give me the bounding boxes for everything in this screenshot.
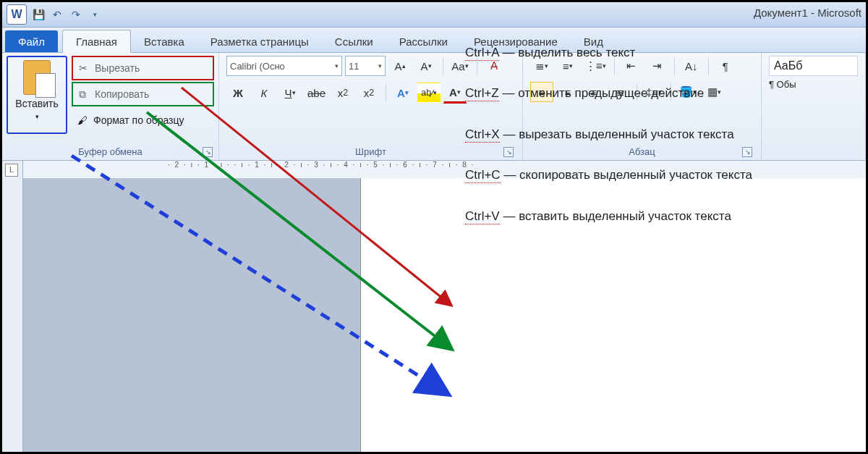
save-icon[interactable]: 💾 [31,7,46,22]
group-clipboard: Вставить▾ ✂ Вырезать ⧉ Копировать 🖌 Форм… [2,53,219,160]
shortcut-line: Ctrl+Z — отменить предыдущее действие [465,86,752,101]
brush-icon: 🖌 [77,114,89,126]
scissors-icon: ✂ [79,62,90,74]
grow-font-button[interactable]: A▴ [388,56,412,76]
vertical-ruler: L [2,161,23,454]
bold-button[interactable]: Ж [226,83,250,103]
tab-selector-icon[interactable]: L [5,164,18,177]
tab-layout[interactable]: Разметка страницы [197,30,322,52]
tab-home[interactable]: Главная [62,30,131,53]
dialog-launcher-icon[interactable] [203,147,213,157]
copy-button[interactable]: ⧉ Копировать [72,82,214,106]
shrink-font-button[interactable]: A▾ [414,56,438,76]
strike-button[interactable]: abe [305,83,328,103]
tab-file[interactable]: Файл [5,30,58,52]
redo-icon[interactable]: ↷ [69,7,83,22]
tab-mailings[interactable]: Рассылки [386,30,461,52]
shortcut-line: Ctrl+C — скопировать выделенный участок … [465,168,752,182]
cut-label: Вырезать [95,62,140,74]
font-color-button[interactable]: A▾ [443,82,467,104]
page-margin-area [23,178,360,454]
copy-label: Копировать [95,88,149,100]
format-painter-button[interactable]: 🖌 Формат по образцу [72,109,214,131]
paste-button[interactable]: Вставить▾ [7,56,67,134]
group-label-styles [769,144,858,160]
paste-label: Вставить [15,98,58,109]
qat-dropdown-icon[interactable]: ▾ [88,7,102,22]
superscript-button[interactable]: x2 [357,83,380,103]
chevron-down-icon: ▾ [378,62,382,70]
word-logo-icon: W [7,4,27,25]
title-bar: W 💾 ↶ ↷ ▾ Документ1 - Microsoft [2,2,866,28]
paste-icon [21,60,53,96]
chevron-down-icon: ▾ [335,62,339,70]
tab-references[interactable]: Ссылки [322,30,386,52]
window-title: Документ1 - Microsoft [754,7,861,19]
underline-button[interactable]: Ч▾ [278,83,302,103]
copy-icon: ⧉ [79,88,90,100]
font-name-combo[interactable]: Calibri (Осно▾ [226,56,342,76]
highlight-button[interactable]: ab⁄▾ [417,83,441,103]
subscript-button[interactable]: x2 [331,83,354,103]
cut-button[interactable]: ✂ Вырезать [72,56,214,80]
format-label: Формат по образцу [93,114,184,126]
chevron-down-icon[interactable]: ▾ [35,113,39,120]
document-content: Ctrl+A — выделить весь текст Ctrl+Z — от… [465,46,752,250]
group-styles: АаБб ¶ Обы [762,53,866,160]
tab-insert[interactable]: Вставка [131,30,197,52]
style-normal-label: ¶ Обы [769,79,858,90]
quick-access-toolbar: 💾 ↶ ↷ ▾ [31,7,102,22]
undo-icon[interactable]: ↶ [50,7,64,22]
shortcut-line: Ctrl+X — вырезать выделенный участок тек… [465,127,752,142]
font-size-combo[interactable]: 11▾ [345,56,386,76]
shortcut-line: Ctrl+A — выделить весь текст [465,46,752,60]
group-label-clipboard: Буфер обмена [7,144,214,160]
style-normal[interactable]: АаБб [769,56,858,76]
italic-button[interactable]: К [252,83,276,103]
text-effects-button[interactable]: A▾ [391,83,414,103]
shortcut-line: Ctrl+V — вставить выделенный участок тек… [465,209,752,224]
